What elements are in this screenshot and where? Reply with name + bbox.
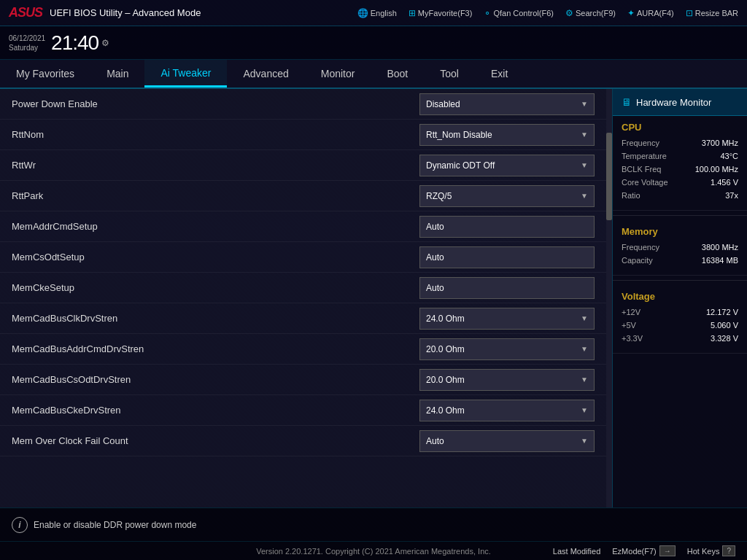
english-icon: 🌐 — [357, 8, 368, 18]
top-action-english[interactable]: 🌐English — [357, 8, 397, 18]
setting-dropdown-power-down-enable[interactable]: Disabled▼ — [419, 93, 595, 115]
setting-value-rttwr[interactable]: Dynamic ODT Off▼ — [419, 155, 595, 176]
setting-dropdown-memcadbuscke[interactable]: 24.0 Ohm▼ — [419, 400, 595, 421]
setting-value-memcadbuscke[interactable]: 24.0 Ohm▼ — [419, 400, 595, 421]
nav-item-ai-tweaker[interactable]: Ai Tweaker — [144, 60, 227, 88]
hardware-monitor-panel: 🖥 Hardware Monitor CPU Frequency 3700 MH… — [612, 89, 747, 508]
asus-logo: ASUS — [9, 5, 42, 20]
setting-label-rttpark: RttPark — [12, 190, 419, 201]
nav-item-tool[interactable]: Tool — [424, 60, 475, 88]
hw-memory-section: Memory Frequency 3800 MHz Capacity 16384… — [613, 220, 747, 276]
clock-display: 21:40 — [51, 31, 98, 55]
info-bar: i Enable or disable DDR power down mode — [0, 508, 747, 541]
settings-gear-icon[interactable]: ⚙ — [101, 38, 109, 48]
hot-keys-icon: ? — [722, 545, 735, 556]
input-value-memaddrcmdsetup: Auto — [426, 222, 444, 232]
settings-panel: Power Down EnableDisabled▼RttNomRtt_Nom … — [0, 89, 606, 508]
top-action-myfavorite[interactable]: ⊞MyFavorite(F3) — [409, 8, 473, 18]
search-icon: ⚙ — [565, 8, 573, 18]
qfan-label: Qfan Control(F6) — [493, 9, 554, 18]
hw-memory-title: Memory — [622, 226, 738, 237]
setting-label-memaddrcmdsetup: MemAddrCmdSetup — [12, 221, 419, 232]
nav-item-advanced[interactable]: Advanced — [227, 60, 304, 88]
setting-value-memcke[interactable]: Auto — [419, 277, 595, 299]
setting-label-rttnom: RttNom — [12, 129, 419, 140]
setting-dropdown-rttwr[interactable]: Dynamic ODT Off▼ — [419, 155, 595, 176]
hw-cpu-temp-val: 43°C — [720, 152, 738, 160]
nav-item-monitor[interactable]: Monitor — [305, 60, 371, 88]
aura-icon: ✦ — [627, 8, 635, 18]
hw-5v-val: 5.060 V — [711, 321, 738, 330]
top-action-resizebar[interactable]: ⊡Resize BAR — [686, 8, 738, 18]
top-action-aura[interactable]: ✦AURA(F4) — [627, 8, 674, 18]
dropdown-arrow-memcadbusclk: ▼ — [581, 314, 588, 322]
setting-row-memcadbuscke: MemCadBusCkeDrvStren24.0 Ohm▼ — [0, 395, 606, 426]
scrollbar-track[interactable] — [606, 89, 612, 508]
monitor-icon: 🖥 — [622, 96, 632, 108]
hw-corevolt-row: Core Voltage 1.456 V — [622, 178, 738, 187]
hw-voltage-title: Voltage — [622, 291, 738, 302]
dropdown-value-rttpark: RZQ/5 — [426, 191, 452, 201]
setting-dropdown-memcadbuscsodt[interactable]: 20.0 Ohm▼ — [419, 369, 595, 391]
setting-label-memcke: MemCkeSetup — [12, 282, 419, 293]
scrollbar-thumb[interactable] — [606, 133, 612, 220]
last-modified-button[interactable]: Last Modified — [553, 547, 600, 556]
footer-copyright: Version 2.20.1271. Copyright (C) 2021 Am… — [256, 547, 491, 556]
top-bar-actions: 🌐English⊞MyFavorite(F3)⚬Qfan Control(F6)… — [357, 8, 738, 18]
setting-value-memoverclockfail[interactable]: Auto▼ — [419, 430, 595, 452]
nav-item-boot[interactable]: Boot — [371, 60, 424, 88]
myfavorite-icon: ⊞ — [409, 8, 416, 18]
setting-dropdown-memoverclockfail[interactable]: Auto▼ — [419, 430, 595, 452]
dropdown-value-memcadbusclk: 24.0 Ohm — [426, 314, 465, 324]
setting-label-memcadbusclk: MemCadBusClkDrvStren — [12, 313, 419, 324]
hw-mem-freq-key: Frequency — [622, 243, 659, 252]
setting-value-memcsodt[interactable]: Auto — [419, 246, 595, 268]
setting-dropdown-memcadbusaddr[interactable]: 20.0 Ohm▼ — [419, 338, 595, 360]
hw-monitor-title: 🖥 Hardware Monitor — [613, 89, 747, 116]
hw-monitor-title-text: Hardware Monitor — [636, 97, 711, 108]
nav-item-main[interactable]: Main — [90, 60, 144, 88]
hw-bclk-key: BCLK Freq — [622, 165, 661, 174]
dropdown-arrow-power-down-enable: ▼ — [581, 100, 588, 108]
input-value-memcke: Auto — [426, 283, 444, 293]
nav-item-exit[interactable]: Exit — [475, 60, 524, 88]
setting-dropdown-rttnom[interactable]: Rtt_Nom Disable▼ — [419, 124, 595, 146]
setting-dropdown-rttpark[interactable]: RZQ/5▼ — [419, 185, 595, 207]
setting-value-power-down-enable[interactable]: Disabled▼ — [419, 93, 595, 115]
setting-value-rttpark[interactable]: RZQ/5▼ — [419, 185, 595, 207]
hw-bclk-val: 100.00 MHz — [695, 165, 738, 174]
dropdown-arrow-memcadbuscsodt: ▼ — [581, 376, 588, 384]
nav-item-my-favorites[interactable]: My Favorites — [0, 60, 90, 88]
day-text: Saturday — [9, 43, 45, 52]
setting-row-memcadbusclk: MemCadBusClkDrvStren24.0 Ohm▼ — [0, 303, 606, 334]
dropdown-value-memoverclockfail: Auto — [426, 436, 444, 446]
top-action-search[interactable]: ⚙Search(F9) — [565, 8, 616, 18]
setting-value-rttnom[interactable]: Rtt_Nom Disable▼ — [419, 124, 595, 146]
hw-corevolt-val: 1.456 V — [711, 178, 738, 187]
hot-keys-button[interactable]: Hot Keys ? — [687, 545, 735, 556]
date-text: 06/12/2021 — [9, 34, 45, 43]
ez-mode-label: EzMode(F7) — [612, 547, 657, 556]
setting-value-memcadbusclk[interactable]: 24.0 Ohm▼ — [419, 308, 595, 330]
ez-mode-button[interactable]: EzMode(F7) → — [612, 545, 676, 556]
setting-row-memoverclockfail: Mem Over Clock Fail CountAuto▼ — [0, 426, 606, 456]
setting-dropdown-memcadbusclk[interactable]: 24.0 Ohm▼ — [419, 308, 595, 330]
setting-label-memoverclockfail: Mem Over Clock Fail Count — [12, 435, 419, 446]
qfan-icon: ⚬ — [484, 8, 491, 18]
top-action-qfan[interactable]: ⚬Qfan Control(F6) — [484, 8, 554, 18]
hw-cpu-freq-val: 3700 MHz — [702, 139, 738, 147]
setting-label-rttwr: RttWr — [12, 160, 419, 171]
setting-input-memcke: Auto — [419, 277, 595, 299]
dropdown-value-rttnom: Rtt_Nom Disable — [426, 130, 492, 140]
dropdown-value-memcadbusaddr: 20.0 Ohm — [426, 344, 465, 354]
setting-value-memcadbuscsodt[interactable]: 20.0 Ohm▼ — [419, 369, 595, 391]
info-icon: i — [12, 517, 28, 533]
header-bar: 06/12/2021 Saturday 21:40 ⚙ — [0, 26, 747, 60]
setting-value-memaddrcmdsetup[interactable]: Auto — [419, 216, 595, 238]
setting-value-memcadbusaddr[interactable]: 20.0 Ohm▼ — [419, 338, 595, 360]
hw-12v-val: 12.172 V — [706, 308, 738, 316]
hw-mem-freq-row: Frequency 3800 MHz — [622, 243, 738, 252]
footer-bar: Version 2.20.1271. Copyright (C) 2021 Am… — [0, 541, 747, 560]
setting-row-rttpark: RttParkRZQ/5▼ — [0, 181, 606, 211]
dropdown-value-memcadbuscke: 24.0 Ohm — [426, 405, 465, 416]
